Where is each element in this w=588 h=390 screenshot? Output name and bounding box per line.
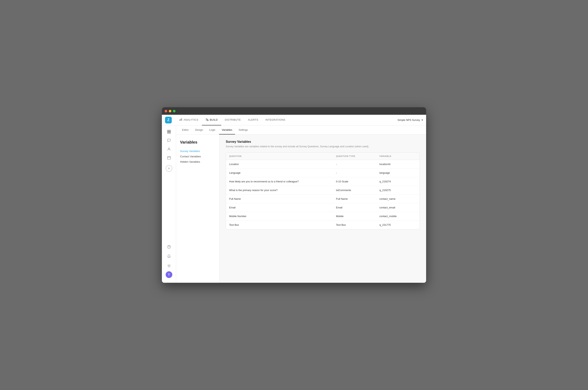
cell-variable: locationId <box>376 160 420 168</box>
build-icon <box>205 118 209 122</box>
svg-rect-12 <box>167 156 171 159</box>
traffic-lights <box>165 110 176 112</box>
alerts-label: ALERTS <box>248 118 258 121</box>
sidebar-bottom: T <box>165 243 173 280</box>
table-row: What is the primary reason for your scor… <box>226 186 420 195</box>
cell-question: Location <box>226 160 333 168</box>
variables-sidebar: Variables Survey Variables Contact Varia… <box>176 135 219 283</box>
content-area: + <box>162 125 426 283</box>
cell-question-type: Full Name <box>333 195 376 203</box>
variables-table: QUESTION QUESTION TYPE VARIABLE Location… <box>226 152 420 229</box>
sub-nav: Editor Design Logic Variables Settings <box>176 125 426 135</box>
cell-variable: q_219274 <box>376 177 420 186</box>
nav-tab-build[interactable]: BUILD <box>202 115 221 125</box>
cell-question-type: Mobile <box>333 212 376 220</box>
table-row: Location - locationId <box>226 160 420 169</box>
cell-variable: contact_email <box>376 203 420 212</box>
svg-rect-8 <box>169 130 171 132</box>
table-header: QUESTION QUESTION TYPE VARIABLE <box>226 153 420 160</box>
cell-question-type: Email <box>333 203 376 212</box>
svg-rect-10 <box>169 132 171 133</box>
user-avatar[interactable]: T <box>166 271 172 278</box>
section-title: Survey Variables <box>226 140 420 144</box>
close-button[interactable] <box>165 110 167 112</box>
app-window: Z ANALYTICS <box>162 107 426 283</box>
cell-variable: q_231775 <box>376 221 420 229</box>
nav-bar: Z ANALYTICS <box>162 115 426 125</box>
cell-question: How likely are you to recommend us to a … <box>226 177 333 186</box>
build-label: BUILD <box>210 118 218 121</box>
table-row: Mobile Number Mobile contact_mobile <box>226 212 420 221</box>
minimize-button[interactable] <box>169 110 171 112</box>
var-nav-contact[interactable]: Contact Variables <box>180 154 215 159</box>
svg-point-6 <box>207 120 208 121</box>
distribute-label: DISTRIBUTE <box>225 118 241 121</box>
nav-tab-distribute[interactable]: DISTRIBUTE <box>221 115 244 125</box>
var-nav-hidden[interactable]: Hidden Variables <box>180 159 215 164</box>
table-body: Location - locationId Language - languag… <box>226 160 420 229</box>
nav-tab-alerts[interactable]: ALERTS <box>244 115 262 125</box>
sidebar-icon-grid[interactable] <box>165 128 173 136</box>
cell-variable: contact_mobile <box>376 212 420 220</box>
sidebar-icon-bell[interactable] <box>165 252 173 260</box>
chevron-down-icon: ▾ <box>422 118 423 121</box>
add-circle-button[interactable]: + <box>166 165 172 172</box>
variables-sidebar-title: Variables <box>180 140 215 145</box>
analytics-icon <box>179 118 182 122</box>
svg-point-15 <box>168 265 169 266</box>
cell-question: Mobile Number <box>226 212 333 220</box>
cell-variable: contact_name <box>376 195 420 203</box>
sub-tab-variables[interactable]: Variables <box>219 125 235 135</box>
table-row: Language - language <box>226 169 420 177</box>
right-panel: Editor Design Logic Variables Settings <box>176 125 426 283</box>
svg-rect-2 <box>181 118 182 121</box>
nav-tabs: ANALYTICS BUILD DISTRIBUTE <box>176 115 397 125</box>
table-row: How likely are you to recommend us to a … <box>226 177 420 186</box>
cell-question-type: Text Box <box>333 221 376 229</box>
cell-question: Full Name <box>226 195 333 203</box>
col-header-question: QUESTION <box>226 153 333 160</box>
col-header-question-type: QUESTION TYPE <box>333 153 376 160</box>
sidebar-icon-chat[interactable] <box>165 137 173 144</box>
table-row: Full Name Full Name contact_name <box>226 195 420 203</box>
svg-rect-0 <box>179 119 180 121</box>
sidebar-icon-help[interactable] <box>165 243 173 251</box>
cell-question-type: - <box>333 169 376 177</box>
svg-rect-1 <box>180 119 181 121</box>
section-description: Survey Variables are variables related t… <box>226 145 420 148</box>
cell-question: Language <box>226 169 333 177</box>
sub-tab-settings[interactable]: Settings <box>236 125 251 135</box>
sub-tab-logic[interactable]: Logic <box>206 125 218 135</box>
analytics-label: ANALYTICS <box>184 118 198 121</box>
sidebar-icon-add[interactable]: + <box>165 164 173 172</box>
survey-name: Simple NPS Survey <box>397 118 420 121</box>
sidebar-icon-settings[interactable] <box>165 262 173 270</box>
left-sidebar: + <box>162 125 176 283</box>
cell-question: Text Box <box>226 221 333 229</box>
title-bar <box>162 107 426 115</box>
svg-rect-9 <box>167 132 169 133</box>
table-row: Email Email contact_email <box>226 203 420 212</box>
cell-question-type: txtComments <box>333 186 376 195</box>
sidebar-icon-person[interactable] <box>165 145 173 153</box>
svg-rect-7 <box>167 130 169 132</box>
sidebar-icon-calendar[interactable] <box>165 154 173 162</box>
cell-question: Email <box>226 203 333 212</box>
maximize-button[interactable] <box>173 110 176 112</box>
col-header-variable: VARIABLE <box>376 153 420 160</box>
svg-point-11 <box>168 148 170 149</box>
nav-tab-analytics[interactable]: ANALYTICS <box>176 115 202 125</box>
sub-tab-design[interactable]: Design <box>192 125 206 135</box>
main-content: Survey Variables Survey Variables are va… <box>219 135 426 283</box>
integrations-label: INTEGRATIONS <box>265 118 285 121</box>
nav-tab-integrations[interactable]: INTEGRATIONS <box>262 115 289 125</box>
table-row: Text Box Text Box q_231775 <box>226 221 420 229</box>
svg-point-14 <box>169 247 169 248</box>
cell-question-type: - <box>333 160 376 168</box>
logo[interactable]: Z <box>165 117 172 123</box>
survey-selector[interactable]: Simple NPS Survey ▾ <box>397 118 423 121</box>
sub-tab-editor[interactable]: Editor <box>179 125 192 135</box>
cell-question-type: 0-10 Scale <box>333 177 376 186</box>
main-body: Variables Survey Variables Contact Varia… <box>176 135 426 283</box>
var-nav-survey[interactable]: Survey Variables <box>180 148 215 154</box>
